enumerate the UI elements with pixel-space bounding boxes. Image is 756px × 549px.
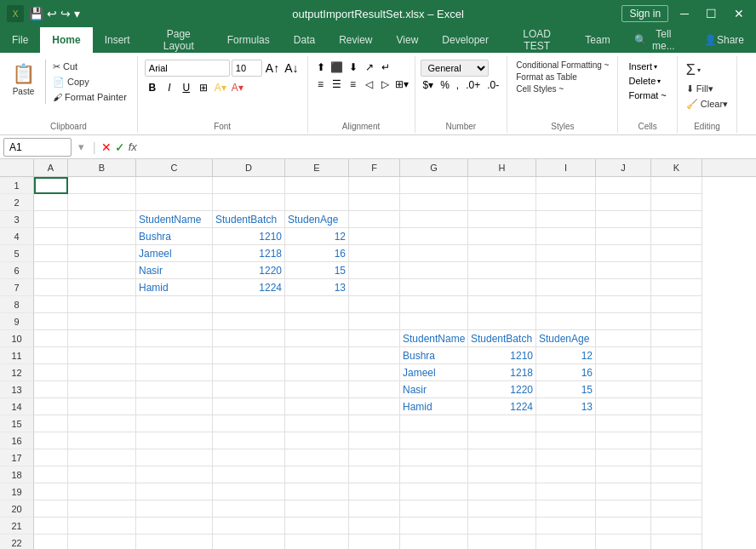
cell-f12[interactable] [349,364,400,381]
cell-f7[interactable] [349,279,400,296]
cell-i12[interactable]: 16 [536,364,596,381]
row-header-9[interactable]: 9 [0,313,34,330]
cell-d3[interactable]: StudentBatch [213,211,285,228]
row-header-11[interactable]: 11 [0,347,34,364]
cell-a10[interactable] [34,330,68,347]
cell-j12[interactable] [596,364,651,381]
cell-j22[interactable] [596,535,651,549]
cell-f10[interactable] [349,330,400,347]
undo-button[interactable]: ↩ [47,7,57,20]
cell-a9[interactable] [34,313,68,330]
cell-i17[interactable] [536,449,596,466]
cell-j19[interactable] [596,483,651,500]
cell-i1[interactable] [536,177,596,194]
font-color-button[interactable]: A▾ [230,80,245,95]
cell-e4[interactable]: 12 [285,228,349,245]
row-header-21[interactable]: 21 [0,518,34,535]
currency-button[interactable]: $▾ [421,78,437,92]
tab-file[interactable]: File [0,27,40,53]
name-box-input[interactable] [3,138,72,157]
cell-e7[interactable]: 13 [285,279,349,296]
cell-a12[interactable] [34,364,68,381]
cell-d4[interactable]: 1210 [213,228,285,245]
cell-i18[interactable] [536,466,596,483]
cell-b10[interactable] [68,330,136,347]
cell-i4[interactable] [536,228,596,245]
cell-k12[interactable] [651,364,702,381]
cell-k13[interactable] [651,381,702,398]
cell-j9[interactable] [596,313,651,330]
cell-k4[interactable] [651,228,702,245]
cell-f11[interactable] [349,347,400,364]
cell-b21[interactable] [68,518,136,535]
cell-a3[interactable] [34,211,68,228]
cell-d9[interactable] [213,313,285,330]
cell-h13[interactable]: 1220 [468,381,536,398]
cell-h22[interactable] [468,535,536,549]
cell-k1[interactable] [651,177,702,194]
cell-f19[interactable] [349,483,400,500]
col-header-k[interactable]: K [651,159,702,176]
row-header-14[interactable]: 14 [0,398,34,415]
autosum-button[interactable]: Σ▾ [683,60,731,81]
cell-styles-button[interactable]: Cell Styles ~ [513,83,612,94]
cell-f4[interactable] [349,228,400,245]
increase-decimal-button[interactable]: .0+ [463,78,483,92]
cell-j7[interactable] [596,279,651,296]
cell-k20[interactable] [651,500,702,518]
row-header-10[interactable]: 10 [0,330,34,347]
cell-j1[interactable] [596,177,651,194]
cell-k22[interactable] [651,535,702,549]
row-header-6[interactable]: 6 [0,262,34,279]
cell-b6[interactable] [68,262,136,279]
cell-h16[interactable] [468,432,536,449]
cell-b5[interactable] [68,245,136,262]
cell-g3[interactable] [400,211,468,228]
cell-a5[interactable] [34,245,68,262]
cell-h2[interactable] [468,194,536,211]
cell-j11[interactable] [596,347,651,364]
cell-i9[interactable] [536,313,596,330]
cell-f18[interactable] [349,466,400,483]
clear-button[interactable]: 🧹 Clear▾ [683,97,731,112]
cell-d10[interactable] [213,330,285,347]
border-button[interactable]: ⊞ [196,80,211,95]
cell-h5[interactable] [468,245,536,262]
cell-h7[interactable] [468,279,536,296]
formula-input[interactable] [140,140,753,154]
cell-d6[interactable]: 1220 [213,262,285,279]
delete-cells-button[interactable]: Delete▾ [623,74,671,88]
tab-formulas[interactable]: Formulas [215,27,282,53]
cell-a14[interactable] [34,398,68,415]
maximize-button[interactable]: ☐ [701,5,722,22]
cell-e5[interactable]: 16 [285,245,349,262]
row-header-13[interactable]: 13 [0,381,34,398]
align-left-button[interactable]: ≡ [313,77,329,92]
copy-button[interactable]: 📄 Copy [49,75,130,89]
row-header-7[interactable]: 7 [0,279,34,296]
cell-j2[interactable] [596,194,651,211]
cell-g11[interactable]: Bushra [400,347,468,364]
cell-c14[interactable] [136,398,213,415]
cell-c17[interactable] [136,449,213,466]
wrap-text-button[interactable]: ↵ [378,60,393,75]
cell-b12[interactable] [68,364,136,381]
cell-c15[interactable] [136,415,213,432]
cell-i2[interactable] [536,194,596,211]
row-header-4[interactable]: 4 [0,228,34,245]
cell-i15[interactable] [536,415,596,432]
cell-j20[interactable] [596,500,651,518]
cell-c3[interactable]: StudentName [136,211,213,228]
cell-j4[interactable] [596,228,651,245]
cell-g21[interactable] [400,518,468,535]
cell-i3[interactable] [536,211,596,228]
tab-developer[interactable]: Developer [430,27,501,53]
cell-e8[interactable] [285,296,349,313]
cell-e12[interactable] [285,364,349,381]
fx-button[interactable]: fx [129,140,137,153]
cell-d15[interactable] [213,415,285,432]
cell-f17[interactable] [349,449,400,466]
cell-i6[interactable] [536,262,596,279]
cell-c12[interactable] [136,364,213,381]
cell-g6[interactable] [400,262,468,279]
